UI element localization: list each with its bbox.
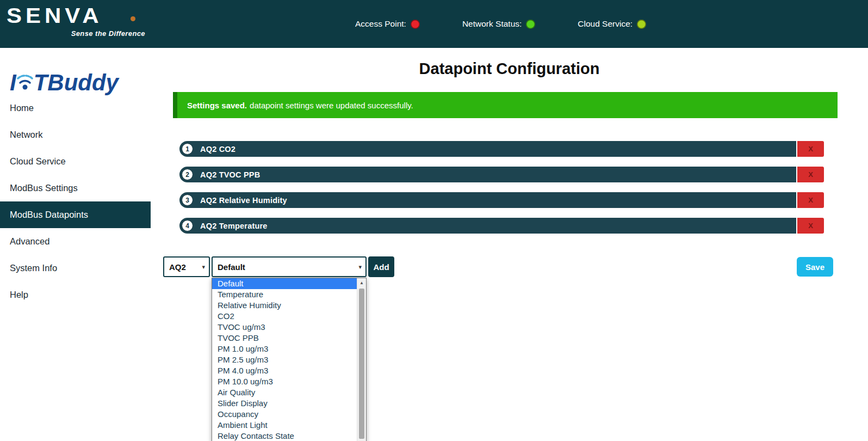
- device-select[interactable]: AQ2 ▾: [163, 256, 210, 277]
- iotbuddy-logo-prefix: I: [10, 71, 16, 95]
- datapoint-label: AQ2 TVOC PPB: [200, 170, 260, 179]
- senva-logo-text: SENVA: [7, 4, 148, 27]
- status-label: Cloud Service:: [578, 19, 633, 29]
- sidebar-item-label: Cloud Service: [10, 156, 66, 167]
- sidebar-item-label: Advanced: [10, 236, 49, 247]
- status-dot-icon: [411, 20, 420, 29]
- sidebar-item-label: ModBus Settings: [10, 183, 78, 193]
- datapoint-number-badge: 2: [182, 169, 193, 180]
- datapoint-number-badge: 1: [182, 143, 193, 155]
- datapoint-row: 4 AQ2 Temperature X: [179, 218, 824, 234]
- dropdown-scrollbar[interactable]: ▲: [357, 278, 366, 441]
- sidebar-item-label: Help: [10, 290, 28, 300]
- dropdown-option[interactable]: Relative Humidity: [212, 300, 357, 311]
- dropdown-options: DefaultTemperatureRelative HumidityCO2TV…: [212, 278, 357, 441]
- datapoint-label: AQ2 Relative Humidity: [200, 196, 287, 205]
- sidebar-item[interactable]: Network: [0, 121, 151, 148]
- status-indicator: Access Point:: [355, 19, 420, 29]
- datapoint-select-value: Default: [218, 262, 245, 272]
- remove-datapoint-button[interactable]: X: [797, 141, 824, 157]
- alert-bold-text: Settings saved.: [187, 101, 247, 110]
- sidebar-item-label: ModBus Datapoints: [10, 210, 88, 220]
- dropdown-option[interactable]: Air Quality: [212, 387, 357, 398]
- datapoint-bar[interactable]: 2 AQ2 TVOC PPB: [179, 167, 796, 182]
- status-indicator: Cloud Service:: [578, 19, 646, 29]
- dropdown-option[interactable]: PM 10.0 ug/m3: [212, 376, 357, 387]
- scrollbar-thumb[interactable]: [359, 289, 364, 439]
- status-dot-icon: [637, 20, 646, 29]
- sidebar-item[interactable]: ModBus Datapoints: [0, 201, 151, 228]
- datapoint-row: 2 AQ2 TVOC PPB X: [179, 167, 824, 182]
- senva-logo: SENVA Sense the Difference: [7, 3, 148, 38]
- datapoint-bar[interactable]: 1 AQ2 CO2: [179, 141, 796, 157]
- add-button[interactable]: Add: [368, 256, 394, 277]
- datapoint-number-badge: 3: [182, 194, 193, 206]
- datapoint-label: AQ2 CO2: [200, 145, 235, 154]
- chevron-down-icon: ▾: [202, 264, 205, 271]
- scroll-up-icon[interactable]: ▲: [357, 278, 366, 287]
- main-content: Datapoint Configuration Settings saved. …: [151, 48, 868, 441]
- datapoint-number-badge: 4: [182, 220, 193, 231]
- wifi-icon: [17, 69, 33, 94]
- sidebar-item[interactable]: Home: [0, 95, 151, 121]
- datapoint-bar[interactable]: 4 AQ2 Temperature: [179, 218, 796, 234]
- sidebar-item-label: System Info: [10, 263, 57, 273]
- senva-tagline: Sense the Difference: [7, 29, 145, 38]
- dropdown-option[interactable]: Ambient Light: [212, 420, 357, 431]
- status-dot-icon: [526, 20, 535, 29]
- dropdown-option[interactable]: TVOC PPB: [212, 333, 357, 344]
- alert-text: datapoint settings were updated successf…: [250, 101, 413, 110]
- remove-datapoint-button[interactable]: X: [797, 218, 824, 234]
- dropdown-option[interactable]: Relay Contacts State: [212, 431, 357, 441]
- remove-datapoint-button[interactable]: X: [797, 167, 824, 182]
- remove-datapoint-button[interactable]: X: [797, 192, 824, 208]
- sidebar: I TBuddy Home Network Cloud Service ModB…: [0, 48, 151, 441]
- device-select-value: AQ2: [169, 262, 186, 272]
- add-datapoint-controls: AQ2 ▾ Default ▾ Add Save DefaultTemperat…: [163, 256, 833, 277]
- sidebar-item-label: Home: [10, 103, 34, 113]
- page-title: Datapoint Configuration: [151, 60, 868, 78]
- sidebar-item[interactable]: Cloud Service: [0, 148, 151, 175]
- iotbuddy-logo: I TBuddy: [0, 48, 151, 95]
- datapoint-bar[interactable]: 3 AQ2 Relative Humidity: [179, 192, 796, 208]
- dropdown-option[interactable]: TVOC ug/m3: [212, 322, 357, 333]
- dropdown-option[interactable]: Default: [212, 278, 357, 289]
- chevron-down-icon: ▾: [358, 264, 362, 271]
- top-header: SENVA Sense the Difference Access Point:…: [0, 0, 868, 48]
- dropdown-option[interactable]: Occupancy: [212, 409, 357, 420]
- dropdown-option[interactable]: PM 2.5 ug/m3: [212, 354, 357, 365]
- dropdown-option[interactable]: Temperature: [212, 289, 357, 300]
- logo-dot-icon: [131, 16, 135, 21]
- datapoint-options-dropdown: DefaultTemperatureRelative HumidityCO2TV…: [212, 278, 367, 441]
- sidebar-item[interactable]: Advanced: [0, 228, 151, 255]
- datapoint-select[interactable]: Default ▾: [212, 256, 367, 277]
- save-button[interactable]: Save: [797, 257, 833, 277]
- success-alert: Settings saved. datapoint settings were …: [173, 92, 838, 118]
- status-indicator: Network Status:: [462, 19, 535, 29]
- sidebar-item[interactable]: ModBus Settings: [0, 175, 151, 201]
- iotbuddy-logo-suffix: TBuddy: [34, 71, 119, 95]
- status-indicators: Access Point: Network Status: Cloud Serv…: [355, 0, 646, 48]
- sidebar-item[interactable]: Help: [0, 281, 151, 308]
- sidebar-item[interactable]: System Info: [0, 255, 151, 281]
- datapoint-list: 1 AQ2 CO2 X 2 AQ2 TVOC PPB X 3 AQ2 Relat…: [179, 141, 824, 234]
- dropdown-option[interactable]: PM 4.0 ug/m3: [212, 365, 357, 376]
- status-label: Access Point:: [355, 19, 406, 29]
- dropdown-option[interactable]: CO2: [212, 311, 357, 322]
- sidebar-nav: Home Network Cloud Service ModBus Settin…: [0, 95, 151, 308]
- dropdown-option[interactable]: Slider Display: [212, 398, 357, 409]
- dropdown-option[interactable]: PM 1.0 ug/m3: [212, 344, 357, 354]
- datapoint-row: 1 AQ2 CO2 X: [179, 141, 824, 157]
- datapoint-label: AQ2 Temperature: [200, 222, 268, 230]
- sidebar-item-label: Network: [10, 130, 43, 140]
- status-label: Network Status:: [462, 19, 522, 29]
- datapoint-row: 3 AQ2 Relative Humidity X: [179, 192, 824, 208]
